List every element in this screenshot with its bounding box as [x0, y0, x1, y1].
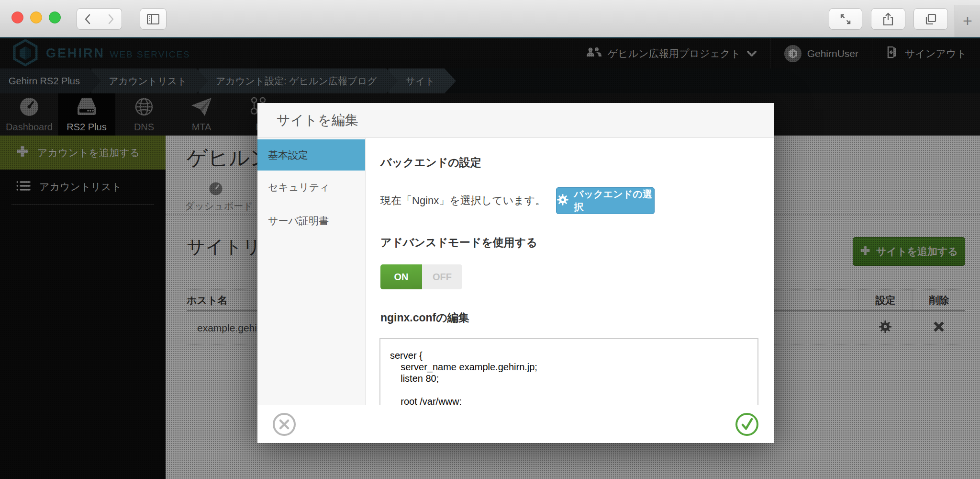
expand-arrows-icon: [839, 12, 852, 26]
fullscreen-button[interactable]: [829, 8, 862, 30]
chevron-left-icon: [83, 13, 93, 25]
toggle-off-button[interactable]: OFF: [422, 264, 462, 289]
toggle-on-button[interactable]: ON: [380, 264, 422, 289]
confirm-button[interactable]: [735, 412, 759, 437]
tabs-overview-icon: [924, 12, 937, 26]
window-controls: [11, 11, 61, 23]
share-icon: [882, 12, 894, 26]
back-button[interactable]: [77, 8, 100, 30]
chevron-right-icon: [105, 13, 116, 25]
cancel-button[interactable]: [272, 412, 297, 437]
nginx-conf-code: server { server_name example.gehirn.jp; …: [390, 350, 748, 407]
edit-site-modal: サイトを編集 基本設定 セキュリティ サーバ証明書 バックエンドの設定 現在「N…: [257, 103, 774, 443]
nginx-conf-heading: nginx.confの編集: [380, 310, 758, 325]
backend-heading: バックエンドの設定: [380, 155, 758, 170]
modal-tab-security[interactable]: セキュリティ: [257, 171, 365, 204]
advanced-mode-heading: アドバンスドモードを使用する: [380, 235, 758, 250]
modal-title: サイトを編集: [257, 103, 774, 138]
modal-footer: [257, 405, 774, 443]
select-backend-label: バックエンドの選択: [574, 188, 654, 214]
sidebar-icon: [146, 13, 160, 25]
close-window-button[interactable]: [11, 11, 23, 23]
share-button[interactable]: [871, 8, 905, 30]
modal-tab-server-certificate[interactable]: サーバ証明書: [257, 204, 365, 238]
minimize-window-button[interactable]: [30, 11, 42, 23]
tab-overview-button[interactable]: [913, 8, 948, 30]
select-backend-button[interactable]: バックエンドの選択: [556, 187, 655, 214]
modal-tab-basic-settings[interactable]: 基本設定: [257, 139, 365, 171]
gear-icon: [557, 194, 569, 208]
sidebar-toggle-button[interactable]: [140, 8, 167, 30]
browser-toolbar: +: [0, 0, 980, 37]
forward-button[interactable]: [99, 8, 122, 30]
advanced-mode-toggle: ON OFF: [380, 264, 462, 289]
modal-tab-list: 基本設定 セキュリティ サーバ証明書: [257, 138, 366, 443]
zoom-window-button[interactable]: [49, 11, 61, 23]
plus-icon: +: [963, 11, 972, 30]
new-tab-button[interactable]: +: [955, 5, 980, 37]
screen: + GEHIRN WEB SERVICES ゲヒルン広報用プロジェクト: [0, 0, 980, 479]
modal-content: バックエンドの設定 現在「Nginx」を選択しています。 バックエンドの選択 ア…: [366, 138, 774, 443]
backend-status-text: 現在「Nginx」を選択しています。: [380, 194, 546, 208]
